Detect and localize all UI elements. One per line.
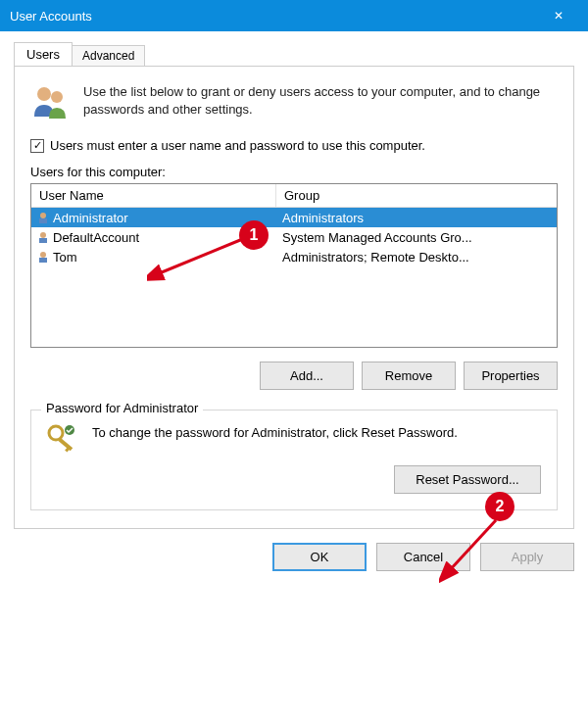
- check-icon: ✓: [33, 140, 42, 151]
- table-row[interactable]: Tom Administrators; Remote Deskto...: [31, 247, 557, 266]
- table-row[interactable]: Administrator Administrators: [31, 208, 557, 227]
- svg-point-6: [40, 252, 46, 258]
- cell-group: Administrators; Remote Deskto...: [276, 250, 557, 265]
- svg-point-8: [49, 426, 63, 440]
- svg-point-4: [40, 232, 46, 238]
- close-button[interactable]: ✕: [539, 0, 578, 31]
- group-text: System Managed Accounts Gro...: [282, 230, 472, 245]
- username-text: DefaultAccount: [53, 230, 139, 245]
- annotation-2: 2: [485, 492, 514, 521]
- svg-line-12: [157, 238, 245, 274]
- key-icon: [47, 424, 78, 454]
- add-button[interactable]: Add...: [260, 362, 354, 390]
- reset-password-button[interactable]: Reset Password...: [394, 465, 541, 494]
- intro-text: Use the list below to grant or deny user…: [83, 83, 558, 119]
- svg-line-13: [449, 520, 496, 571]
- group-text: Administrators; Remote Deskto...: [282, 250, 469, 265]
- svg-rect-7: [39, 258, 47, 263]
- intro-row: Use the list below to grant or deny user…: [30, 83, 558, 121]
- users-icon: [30, 83, 70, 121]
- group-text: Administrators: [282, 211, 364, 225]
- password-text: To change the password for Administrator…: [92, 424, 541, 442]
- tab-advanced[interactable]: Advanced: [72, 45, 145, 66]
- tab-users-label: Users: [26, 47, 60, 62]
- require-password-checkbox[interactable]: ✓: [30, 139, 44, 153]
- password-button-row: Reset Password...: [47, 465, 541, 494]
- window-title: User Accounts: [10, 9, 92, 24]
- titlebar: User Accounts ✕: [0, 0, 588, 31]
- annotation-1: 1: [239, 220, 269, 250]
- table-row[interactable]: DefaultAccount System Managed Accounts G…: [31, 227, 557, 247]
- require-password-checkbox-row[interactable]: ✓ Users must enter a user name and passw…: [30, 138, 558, 153]
- username-text: Tom: [53, 250, 77, 265]
- userlist-buttons: Add... Remove Properties: [30, 362, 558, 390]
- ok-button[interactable]: OK: [272, 543, 367, 571]
- remove-button[interactable]: Remove: [362, 362, 456, 390]
- svg-point-2: [40, 213, 46, 218]
- tab-pane-users: Use the list below to grant or deny user…: [14, 66, 574, 529]
- password-groupbox: Password for Administrator To change the…: [30, 410, 558, 510]
- svg-point-0: [37, 87, 51, 101]
- svg-point-1: [51, 91, 63, 103]
- require-password-label: Users must enter a user name and passwor…: [50, 138, 425, 153]
- svg-rect-5: [39, 238, 47, 243]
- properties-button[interactable]: Properties: [464, 362, 558, 390]
- cell-group: System Managed Accounts Gro...: [276, 230, 557, 245]
- annotation-arrow-1: [147, 235, 255, 284]
- userlist-heading: Users for this computer:: [30, 165, 558, 179]
- column-header-username[interactable]: User Name: [31, 184, 276, 207]
- tab-users[interactable]: Users: [14, 42, 73, 66]
- password-group-legend: Password for Administrator: [41, 401, 203, 415]
- user-icon: [37, 231, 49, 243]
- user-icon: [37, 251, 49, 263]
- svg-rect-9: [58, 438, 73, 451]
- user-icon: [37, 212, 49, 223]
- cell-username: Administrator: [31, 211, 276, 225]
- user-list[interactable]: User Name Group Administrator Administra…: [30, 183, 558, 348]
- username-text: Administrator: [53, 211, 128, 225]
- cell-group: Administrators: [276, 211, 557, 225]
- close-icon: ✕: [554, 9, 564, 23]
- column-header-group[interactable]: Group: [276, 184, 557, 207]
- password-body: To change the password for Administrator…: [47, 424, 541, 454]
- user-list-header: User Name Group: [31, 184, 557, 208]
- annotation-arrow-2: [439, 514, 508, 583]
- tab-advanced-label: Advanced: [82, 49, 134, 63]
- tab-strip: Users Advanced: [14, 42, 574, 67]
- svg-rect-3: [39, 218, 47, 223]
